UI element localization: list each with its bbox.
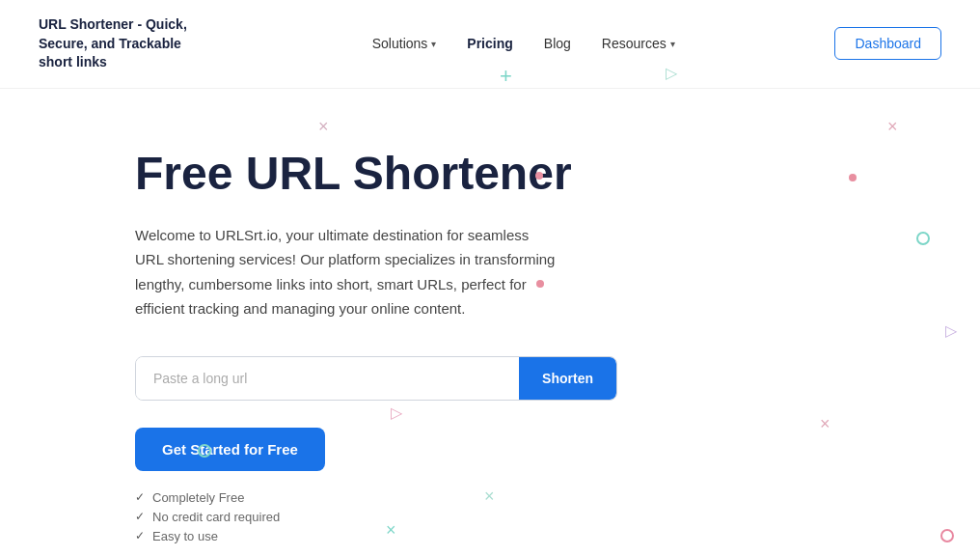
chevron-down-icon: ▾: [431, 39, 436, 49]
url-input[interactable]: [136, 357, 519, 400]
nav-link-pricing[interactable]: Pricing: [467, 36, 512, 51]
hero-description: Welcome to URLSrt.io, your ultimate dest…: [135, 223, 559, 321]
get-started-button[interactable]: Get Started for Free: [135, 428, 325, 471]
nav-link-resources[interactable]: Resources ▾: [602, 36, 675, 51]
hero-title: Free URL Shortener: [135, 147, 617, 200]
check-icon-3: ✓: [135, 529, 145, 542]
navbar: URL Shortener - Quick, Secure, and Track…: [0, 0, 980, 89]
decoration-x-3: ×: [887, 118, 898, 135]
decoration-arrow-8: ▷: [945, 323, 957, 339]
url-shortener-form: Shorten: [135, 356, 617, 401]
decoration-circle-6: [916, 232, 930, 245]
checklist-item-free: ✓ Completely Free: [135, 490, 617, 505]
dashboard-button[interactable]: Dashboard: [834, 27, 941, 60]
check-icon-2: ✓: [135, 510, 145, 523]
nav-links: Solutions ▾ Pricing Blog Resources ▾: [372, 36, 675, 51]
nav-logo: URL Shortener - Quick, Secure, and Track…: [39, 15, 212, 72]
checklist-item-no-credit: ✓ No credit card required: [135, 510, 617, 524]
shorten-button[interactable]: Shorten: [519, 357, 616, 400]
nav-link-blog[interactable]: Blog: [544, 36, 571, 51]
nav-link-solutions[interactable]: Solutions ▾: [372, 36, 437, 51]
decoration-circle-14: [940, 529, 954, 542]
decoration-dot-5: [849, 174, 857, 181]
checklist-item-easy: ✓ Easy to use: [135, 529, 617, 543]
check-icon-1: ✓: [135, 490, 145, 504]
chevron-down-icon-2: ▾: [670, 39, 675, 49]
hero-section: Free URL Shortener Welcome to URLSrt.io,…: [0, 89, 656, 556]
decoration-x-11: ×: [820, 415, 830, 432]
feature-checklist: ✓ Completely Free ✓ No credit card requi…: [135, 490, 617, 543]
